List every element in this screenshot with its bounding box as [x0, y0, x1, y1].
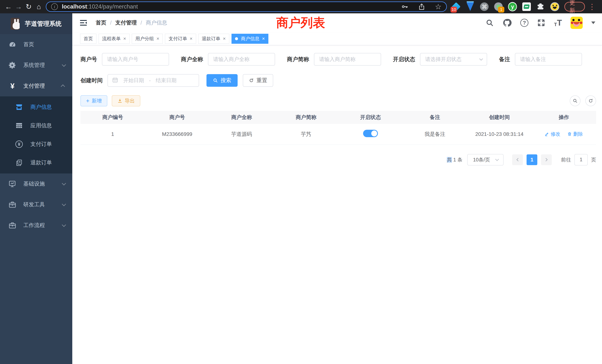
sidebar-item-app-info[interactable]: 应用信息: [0, 116, 72, 135]
date-separator: -: [149, 77, 151, 83]
goto-page-input[interactable]: [574, 154, 588, 165]
hamburger-icon[interactable]: [79, 18, 88, 27]
cell-short-name: 芋艿: [274, 124, 338, 145]
sidebar-item-refund-order[interactable]: 退款订单: [0, 153, 72, 172]
font-size-icon[interactable]: TT: [554, 19, 562, 27]
page-unit-label: 页: [591, 156, 596, 163]
start-date-input[interactable]: [120, 77, 148, 83]
close-icon[interactable]: ×: [190, 36, 192, 42]
field-label: 开启状态: [393, 56, 415, 63]
github-icon[interactable]: [503, 18, 512, 27]
pagination-total-prefix: 共: [447, 157, 452, 162]
sidebar-item-pay-order[interactable]: ¥ 支付订单: [0, 135, 72, 153]
extension-diamond-icon[interactable]: 10: [452, 2, 461, 11]
reset-button[interactable]: 重置: [243, 74, 273, 87]
pagination-total: 共 1 条: [447, 156, 462, 163]
gear-icon: [8, 61, 17, 69]
tab-label: 首页: [84, 36, 93, 42]
extensions-bar: 10 ⌘ 1 y: [452, 2, 559, 11]
briefcase-icon: [8, 201, 17, 209]
table-toolbar: + 新增 导出: [80, 95, 596, 106]
navbar: 首页 / 支付管理 / 商户信息 ?: [72, 13, 602, 32]
extension-chat-icon[interactable]: [522, 2, 531, 11]
close-icon[interactable]: ×: [262, 36, 265, 42]
table-header-row: 商户编号 商户号 商户全称 商户简称 开启状态 备注 创建时间 操作: [80, 111, 596, 124]
sidebar-item-payment[interactable]: ¥ 支付管理: [0, 76, 72, 96]
forward-icon[interactable]: →: [13, 1, 24, 12]
show-search-icon[interactable]: [570, 96, 580, 106]
yen-circle-icon: ¥: [15, 140, 23, 148]
breadcrumb-item[interactable]: 首页: [96, 19, 106, 26]
extension-y-icon[interactable]: y: [508, 2, 517, 11]
sidebar-item-merchant-info[interactable]: 商户信息: [0, 98, 72, 116]
back-icon[interactable]: ←: [3, 1, 13, 12]
prev-page-button[interactable]: [512, 154, 523, 165]
caret-down-icon[interactable]: [591, 21, 595, 24]
close-icon[interactable]: ×: [123, 36, 126, 42]
search-button[interactable]: 搜索: [206, 74, 238, 87]
sidebar-item-label: 支付管理: [23, 82, 62, 90]
tab-user-group[interactable]: 用户分组 ×: [132, 34, 163, 44]
sidebar-item-devtools[interactable]: 研发工具: [0, 194, 72, 215]
tab-refund-order[interactable]: 退款订单 ×: [198, 34, 229, 44]
pagination-goto: 前往 页: [561, 154, 596, 165]
short-name-input[interactable]: [314, 53, 381, 66]
bookmark-star-icon[interactable]: ☆: [435, 3, 442, 10]
document-icon: [15, 159, 23, 166]
remark-input[interactable]: [515, 53, 582, 66]
info-icon[interactable]: i: [51, 3, 58, 10]
export-button[interactable]: 导出: [112, 95, 140, 106]
home-icon[interactable]: ⌂: [34, 1, 44, 12]
search-icon[interactable]: [485, 19, 494, 27]
avatar[interactable]: [570, 17, 583, 29]
briefcase-icon: [8, 221, 17, 229]
reload-icon[interactable]: ↻: [23, 1, 34, 12]
end-date-input[interactable]: [152, 77, 180, 83]
filter-full-name: 商户全称: [181, 53, 275, 66]
page-size-select[interactable]: 10条/页: [467, 154, 504, 165]
screen: ← → ↻ ⌂ i localhost:1024/pay/merchant ☆ …: [0, 0, 602, 364]
sidebar-item-home[interactable]: 首页: [0, 34, 72, 55]
extension-blob-icon[interactable]: 1: [494, 2, 503, 11]
date-range-picker[interactable]: -: [108, 74, 199, 87]
extension-emoji-icon[interactable]: [550, 2, 559, 11]
column-header: 创建时间: [467, 111, 532, 124]
sidebar-item-infra[interactable]: 基础设施: [0, 173, 72, 194]
refresh-icon[interactable]: [585, 96, 596, 106]
status-toggle[interactable]: [363, 130, 378, 137]
browser-update-button[interactable]: 更新: [564, 2, 585, 11]
address-bar[interactable]: i localhost:1024/pay/merchant ☆: [46, 1, 447, 12]
search-button-label: 搜索: [221, 77, 231, 84]
delete-link[interactable]: 删除: [567, 131, 583, 137]
edit-link[interactable]: 修改: [545, 131, 560, 137]
tab-pay-order[interactable]: 支付订单 ×: [165, 34, 196, 44]
tab-merchant-info[interactable]: 商户信息 ×: [232, 34, 268, 44]
full-name-input[interactable]: [208, 53, 275, 66]
sidebar-item-workflow[interactable]: 工作流程: [0, 215, 72, 236]
status-select[interactable]: 请选择开启状态: [420, 53, 487, 66]
current-page-button[interactable]: 1: [527, 154, 537, 165]
sidebar-logo: 芋道管理系统: [0, 13, 72, 34]
merchant-no-input[interactable]: [102, 53, 169, 66]
close-icon[interactable]: ×: [156, 36, 159, 42]
column-header: 操作: [532, 111, 596, 124]
breadcrumb-item[interactable]: 支付管理: [115, 19, 137, 26]
share-icon[interactable]: [418, 3, 425, 10]
help-icon[interactable]: ?: [520, 19, 528, 27]
extension-kite-icon[interactable]: [466, 2, 475, 11]
edit-link-label: 修改: [551, 131, 560, 137]
fullscreen-icon[interactable]: [537, 19, 546, 27]
sidebar-item-label: 研发工具: [23, 201, 62, 208]
tab-home[interactable]: 首页: [80, 34, 96, 44]
extension-cmd-icon[interactable]: ⌘: [480, 2, 489, 11]
close-icon[interactable]: ×: [223, 36, 226, 42]
tab-process-form[interactable]: 流程表单 ×: [99, 34, 129, 44]
key-icon[interactable]: [401, 3, 408, 10]
url-host: localhost: [62, 3, 87, 10]
next-page-button[interactable]: [541, 154, 552, 165]
browser-menu-icon[interactable]: ⋮: [588, 2, 596, 11]
sidebar-item-system[interactable]: 系统管理: [0, 55, 72, 76]
puzzle-icon[interactable]: [536, 2, 545, 11]
add-button[interactable]: + 新增: [80, 95, 107, 106]
sidebar-item-label: 应用信息: [30, 122, 72, 129]
